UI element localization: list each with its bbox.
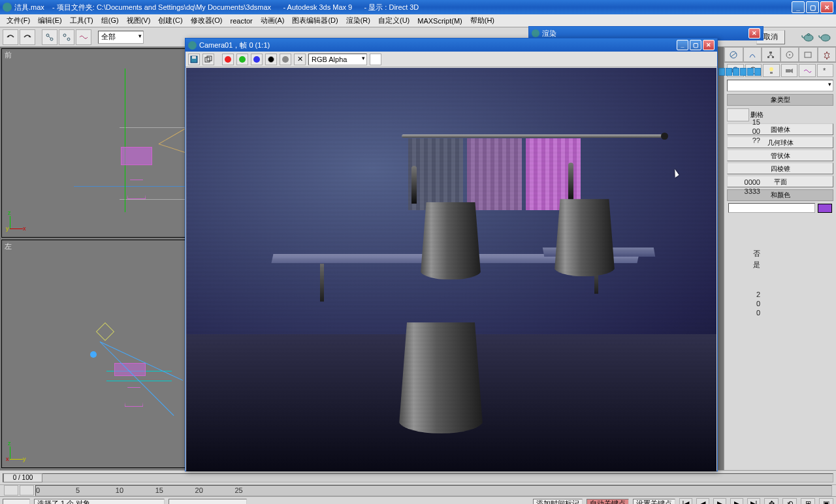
param-tog1: 否 — [718, 248, 764, 259]
set-key-toggle[interactable]: 设置关键点 — [633, 499, 675, 505]
param-tog2: 是 — [718, 259, 764, 270]
auto-key-toggle[interactable]: 自动关键点 — [587, 499, 629, 505]
title-filename: 洁具.max — [14, 3, 44, 12]
clear-button[interactable]: ✕ — [294, 54, 306, 65]
param-0000: 0000 — [718, 178, 764, 187]
clone-window-button[interactable] — [202, 54, 214, 65]
menu-file[interactable]: 文件(F) — [3, 14, 34, 27]
add-time-marker[interactable]: 添加时间标记 — [533, 499, 583, 505]
render-scene — [186, 68, 716, 471]
tab-display[interactable] — [799, 47, 818, 62]
track-bar[interactable]: 0 5 10 15 20 25 — [0, 484, 836, 496]
object-color-swatch[interactable] — [818, 204, 832, 213]
trackbar-keys-toggle[interactable] — [20, 485, 34, 496]
nav-fov-button[interactable]: ▣ — [819, 498, 833, 505]
menu-reactor[interactable]: reactor — [227, 16, 257, 26]
lights-category-icon[interactable] — [763, 64, 780, 77]
render-viewport[interactable] — [186, 68, 716, 471]
unlink-button[interactable] — [59, 29, 74, 45]
nav-zoom-ext-button[interactable]: ⊞ — [801, 498, 815, 505]
menu-group[interactable]: 组(G) — [97, 14, 123, 27]
quick-render-button[interactable] — [818, 30, 833, 44]
tab-create[interactable] — [724, 47, 743, 62]
channel-alpha-button[interactable] — [265, 54, 277, 65]
svg-rect-22 — [786, 69, 790, 72]
svg-line-2 — [48, 36, 51, 39]
redo-button[interactable] — [20, 29, 35, 45]
tab-motion[interactable] — [780, 47, 799, 62]
menu-help[interactable]: 帮助(H) — [466, 14, 498, 27]
viewport-front-label: 前 — [5, 50, 12, 60]
bind-spacewarp-button[interactable] — [76, 29, 91, 45]
link-button[interactable] — [42, 29, 57, 45]
systems-category-icon[interactable]: * — [817, 64, 834, 77]
prev-frame-button[interactable]: ◀ — [696, 498, 709, 505]
svg-point-21 — [769, 67, 773, 71]
render-window-titlebar[interactable]: Camera01，帧 0 (1:1) _ ▢ ✕ — [185, 39, 717, 52]
svg-line-9 — [731, 53, 736, 57]
object-type-dropdown[interactable] — [727, 80, 833, 91]
menu-view[interactable]: 视图(V) — [123, 14, 155, 27]
menu-animation[interactable]: 动画(A) — [257, 14, 289, 27]
channel-red-button[interactable] — [222, 54, 234, 65]
tab-utilities[interactable] — [818, 47, 837, 62]
play-button[interactable]: ▶ — [713, 498, 726, 505]
window-close[interactable]: ✕ — [820, 1, 833, 13]
render-window-toolbar: ✕ RGB Alpha — [185, 52, 717, 67]
svg-point-7 — [821, 35, 830, 41]
menu-modifiers[interactable]: 修改器(O) — [187, 14, 227, 27]
menu-render[interactable]: 渲染(R) — [342, 14, 374, 27]
time-slider-track[interactable]: 0 / 100 — [3, 473, 833, 482]
svg-rect-25 — [192, 56, 196, 59]
render-window-close[interactable]: ✕ — [703, 40, 715, 50]
monochrome-button[interactable] — [280, 54, 291, 65]
render-window-minimize[interactable]: _ — [677, 40, 688, 50]
tab-modify[interactable] — [743, 47, 762, 62]
menu-graph[interactable]: 图表编辑器(D) — [288, 14, 342, 27]
tab-hierarchy[interactable] — [762, 47, 780, 62]
render-frame-window[interactable]: Camera01，帧 0 (1:1) _ ▢ ✕ ✕ RGB Alpha — [185, 38, 718, 471]
save-image-button[interactable] — [188, 54, 200, 65]
background-color-swatch[interactable] — [370, 54, 381, 65]
title-project-path: C:\Documents and Settings\dq\My Document… — [97, 3, 271, 11]
window-minimize[interactable]: _ — [792, 1, 805, 13]
param-qq: ?? — [718, 136, 764, 145]
channel-green-button[interactable] — [236, 54, 248, 65]
nav-arc-button[interactable]: ⟲ — [782, 498, 797, 505]
script-listener-toggle[interactable] — [3, 499, 30, 505]
helpers-category-icon[interactable] — [799, 64, 816, 77]
time-slider[interactable]: 0 / 100 — [0, 470, 836, 484]
undo-button[interactable] — [3, 29, 18, 45]
menu-create[interactable]: 创建(C) — [154, 14, 186, 27]
trackbar-ruler[interactable]: 0 5 10 15 20 25 — [35, 485, 832, 496]
next-frame-button[interactable]: ▶ — [730, 498, 743, 505]
menu-maxscript[interactable]: MAXScript(M) — [413, 16, 466, 26]
time-slider-thumb[interactable]: 0 / 100 — [3, 473, 42, 482]
render-window-title: Camera01，帧 0 (1:1) — [199, 40, 270, 50]
menu-tools[interactable]: 工具(T) — [66, 14, 97, 27]
channel-blue-button[interactable] — [251, 54, 263, 65]
selection-filter-dropdown[interactable]: 全部 — [98, 31, 144, 44]
window-maximize[interactable]: ▢ — [806, 1, 819, 13]
nav-pan-button[interactable]: ✥ — [764, 498, 779, 505]
trackbar-toggle[interactable] — [4, 485, 18, 496]
goto-end-button[interactable]: ▶| — [747, 498, 760, 505]
menu-edit[interactable]: 编辑(E) — [34, 14, 66, 27]
app-icon — [3, 3, 12, 12]
title-display: - 显示 : Direct 3D — [364, 3, 419, 12]
render-window-maximize[interactable]: ▢ — [690, 40, 701, 50]
param-2c: 0 — [718, 308, 764, 317]
cameras-category-icon[interactable] — [781, 64, 798, 77]
title-spacer — [44, 3, 52, 11]
menu-customize[interactable]: 自定义(U) — [374, 14, 413, 27]
svg-line-14 — [769, 55, 771, 56]
title-project-label: - 项目文件夹: — [52, 3, 97, 12]
param-3333: 3333 — [718, 187, 764, 196]
goto-start-button[interactable]: |◀ — [679, 498, 692, 505]
render-dialog-close[interactable]: ✕ — [748, 28, 760, 39]
svg-rect-11 — [767, 56, 769, 58]
channel-dropdown[interactable]: RGB Alpha — [308, 54, 367, 65]
menu-bar: 文件(F) 编辑(E) 工具(T) 组(G) 视图(V) 创建(C) 修改器(O… — [0, 14, 836, 27]
param-15: 15 — [718, 118, 764, 127]
render-scene-button[interactable] — [801, 30, 816, 44]
